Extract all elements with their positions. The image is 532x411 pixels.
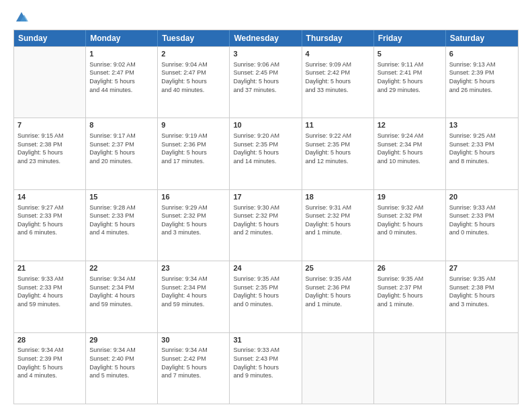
day-number: 28 <box>17 335 82 345</box>
logo-icon <box>15 11 28 23</box>
calendar-cell-empty-0-0 <box>14 47 86 118</box>
cell-info: Sunrise: 9:22 AMSunset: 2:35 PMDaylight:… <box>306 132 370 165</box>
cell-info: Sunrise: 9:34 AMSunset: 2:40 PMDaylight:… <box>89 346 154 379</box>
header-day-tuesday: Tuesday <box>158 30 230 46</box>
day-number: 25 <box>306 263 370 273</box>
calendar-cell-21: 21Sunrise: 9:33 AMSunset: 2:33 PMDayligh… <box>14 261 86 332</box>
day-number: 21 <box>17 263 82 273</box>
day-number: 26 <box>378 263 442 273</box>
calendar-cell-16: 16Sunrise: 9:29 AMSunset: 2:32 PMDayligh… <box>158 190 230 261</box>
day-number: 27 <box>449 263 515 273</box>
cell-info: Sunrise: 9:25 AMSunset: 2:33 PMDaylight:… <box>449 132 515 165</box>
day-number: 2 <box>161 49 226 59</box>
header-day-monday: Monday <box>86 30 158 46</box>
calendar-cell-25: 25Sunrise: 9:35 AMSunset: 2:36 PMDayligh… <box>302 261 374 332</box>
cell-info: Sunrise: 9:06 AMSunset: 2:45 PMDaylight:… <box>233 60 298 94</box>
calendar-cell-1: 1Sunrise: 9:02 AMSunset: 2:47 PMDaylight… <box>86 47 158 118</box>
header-day-wednesday: Wednesday <box>230 30 302 46</box>
day-number: 17 <box>233 192 298 202</box>
cell-info: Sunrise: 9:19 AMSunset: 2:36 PMDaylight:… <box>161 132 226 165</box>
day-number: 23 <box>161 263 226 273</box>
cell-info: Sunrise: 9:33 AMSunset: 2:33 PMDaylight:… <box>449 203 515 237</box>
calendar-cell-24: 24Sunrise: 9:35 AMSunset: 2:35 PMDayligh… <box>230 261 302 332</box>
calendar-row-4: 21Sunrise: 9:33 AMSunset: 2:33 PMDayligh… <box>14 261 518 332</box>
header-day-saturday: Saturday <box>446 30 518 46</box>
cell-info: Sunrise: 9:04 AMSunset: 2:47 PMDaylight:… <box>161 60 226 94</box>
cell-info: Sunrise: 9:34 AMSunset: 2:34 PMDaylight:… <box>161 275 226 308</box>
day-number: 11 <box>306 120 370 130</box>
cell-info: Sunrise: 9:34 AMSunset: 2:42 PMDaylight:… <box>161 346 226 379</box>
calendar-cell-18: 18Sunrise: 9:31 AMSunset: 2:32 PMDayligh… <box>302 190 374 261</box>
cell-info: Sunrise: 9:20 AMSunset: 2:35 PMDaylight:… <box>233 132 298 165</box>
calendar-cell-15: 15Sunrise: 9:28 AMSunset: 2:33 PMDayligh… <box>86 190 158 261</box>
calendar-cell-28: 28Sunrise: 9:34 AMSunset: 2:39 PMDayligh… <box>14 333 86 404</box>
cell-info: Sunrise: 9:35 AMSunset: 2:38 PMDaylight:… <box>449 275 515 308</box>
calendar-cell-5: 5Sunrise: 9:11 AMSunset: 2:41 PMDaylight… <box>374 47 446 118</box>
header-day-sunday: Sunday <box>14 30 86 46</box>
cell-info: Sunrise: 9:15 AMSunset: 2:38 PMDaylight:… <box>17 132 82 165</box>
day-number: 6 <box>449 49 515 59</box>
cell-info: Sunrise: 9:35 AMSunset: 2:36 PMDaylight:… <box>306 275 370 308</box>
calendar-row-5: 28Sunrise: 9:34 AMSunset: 2:39 PMDayligh… <box>14 332 518 404</box>
calendar-cell-19: 19Sunrise: 9:32 AMSunset: 2:32 PMDayligh… <box>374 190 446 261</box>
day-number: 7 <box>17 120 82 130</box>
calendar-cell-7: 7Sunrise: 9:15 AMSunset: 2:38 PMDaylight… <box>14 118 86 189</box>
cell-info: Sunrise: 9:29 AMSunset: 2:32 PMDaylight:… <box>161 203 226 237</box>
day-number: 1 <box>89 49 154 59</box>
cell-info: Sunrise: 9:33 AMSunset: 2:33 PMDaylight:… <box>17 275 82 308</box>
day-number: 8 <box>89 120 154 130</box>
day-number: 22 <box>89 263 154 273</box>
calendar-row-2: 7Sunrise: 9:15 AMSunset: 2:38 PMDaylight… <box>14 118 518 189</box>
day-number: 5 <box>378 49 442 59</box>
calendar-cell-6: 6Sunrise: 9:13 AMSunset: 2:39 PMDaylight… <box>446 47 518 118</box>
calendar-cell-20: 20Sunrise: 9:33 AMSunset: 2:33 PMDayligh… <box>446 190 518 261</box>
day-number: 9 <box>161 120 226 130</box>
calendar-row-3: 14Sunrise: 9:27 AMSunset: 2:33 PMDayligh… <box>14 189 518 261</box>
calendar-cell-23: 23Sunrise: 9:34 AMSunset: 2:34 PMDayligh… <box>158 261 230 332</box>
calendar-cell-2: 2Sunrise: 9:04 AMSunset: 2:47 PMDaylight… <box>158 47 230 118</box>
calendar-cell-13: 13Sunrise: 9:25 AMSunset: 2:33 PMDayligh… <box>446 118 518 189</box>
header <box>13 11 519 23</box>
page: SundayMondayTuesdayWednesdayThursdayFrid… <box>0 0 532 411</box>
day-number: 31 <box>233 335 298 345</box>
calendar-cell-11: 11Sunrise: 9:22 AMSunset: 2:35 PMDayligh… <box>302 118 374 189</box>
header-day-friday: Friday <box>374 30 446 46</box>
cell-info: Sunrise: 9:34 AMSunset: 2:34 PMDaylight:… <box>89 275 154 308</box>
cell-info: Sunrise: 9:31 AMSunset: 2:32 PMDaylight:… <box>306 203 370 237</box>
calendar-cell-26: 26Sunrise: 9:35 AMSunset: 2:37 PMDayligh… <box>374 261 446 332</box>
day-number: 30 <box>161 335 226 345</box>
day-number: 4 <box>306 49 370 59</box>
calendar-cell-9: 9Sunrise: 9:19 AMSunset: 2:36 PMDaylight… <box>158 118 230 189</box>
day-number: 16 <box>161 192 226 202</box>
calendar-cell-14: 14Sunrise: 9:27 AMSunset: 2:33 PMDayligh… <box>14 190 86 261</box>
calendar-cell-empty-4-5 <box>374 333 446 404</box>
day-number: 15 <box>89 192 154 202</box>
calendar: SundayMondayTuesdayWednesdayThursdayFrid… <box>13 30 519 404</box>
cell-info: Sunrise: 9:35 AMSunset: 2:35 PMDaylight:… <box>233 275 298 308</box>
cell-info: Sunrise: 9:02 AMSunset: 2:47 PMDaylight:… <box>89 60 154 94</box>
cell-info: Sunrise: 9:24 AMSunset: 2:34 PMDaylight:… <box>378 132 442 165</box>
cell-info: Sunrise: 9:27 AMSunset: 2:33 PMDaylight:… <box>17 203 82 237</box>
cell-info: Sunrise: 9:09 AMSunset: 2:42 PMDaylight:… <box>306 60 370 94</box>
day-number: 20 <box>449 192 515 202</box>
calendar-cell-3: 3Sunrise: 9:06 AMSunset: 2:45 PMDaylight… <box>230 47 302 118</box>
cell-info: Sunrise: 9:11 AMSunset: 2:41 PMDaylight:… <box>378 60 442 94</box>
cell-info: Sunrise: 9:13 AMSunset: 2:39 PMDaylight:… <box>449 60 515 94</box>
day-number: 14 <box>17 192 82 202</box>
calendar-cell-29: 29Sunrise: 9:34 AMSunset: 2:40 PMDayligh… <box>86 333 158 404</box>
cell-info: Sunrise: 9:17 AMSunset: 2:37 PMDaylight:… <box>89 132 154 165</box>
calendar-body: 1Sunrise: 9:02 AMSunset: 2:47 PMDaylight… <box>14 46 518 404</box>
day-number: 24 <box>233 263 298 273</box>
calendar-cell-10: 10Sunrise: 9:20 AMSunset: 2:35 PMDayligh… <box>230 118 302 189</box>
logo <box>13 11 28 23</box>
calendar-cell-empty-4-6 <box>446 333 518 404</box>
logo-text <box>13 11 28 23</box>
day-number: 18 <box>306 192 370 202</box>
calendar-cell-17: 17Sunrise: 9:30 AMSunset: 2:32 PMDayligh… <box>230 190 302 261</box>
cell-info: Sunrise: 9:28 AMSunset: 2:33 PMDaylight:… <box>89 203 154 237</box>
calendar-cell-8: 8Sunrise: 9:17 AMSunset: 2:37 PMDaylight… <box>86 118 158 189</box>
cell-info: Sunrise: 9:32 AMSunset: 2:32 PMDaylight:… <box>378 203 442 237</box>
calendar-cell-30: 30Sunrise: 9:34 AMSunset: 2:42 PMDayligh… <box>158 333 230 404</box>
day-number: 19 <box>378 192 442 202</box>
day-number: 3 <box>233 49 298 59</box>
